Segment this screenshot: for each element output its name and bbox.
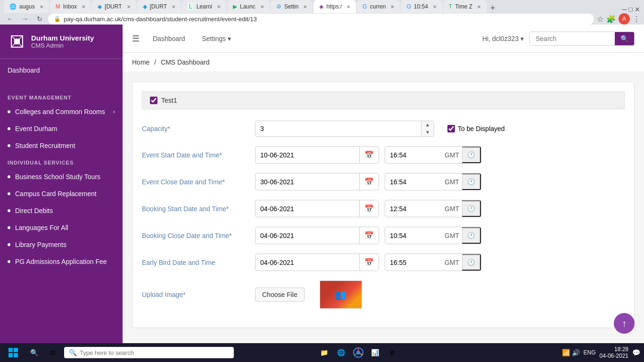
bookmark-button[interactable]: ☆: [597, 15, 603, 24]
event-close-time-wrapper: GMT 🕐: [385, 173, 481, 190]
booking-start-time-field[interactable]: [385, 201, 442, 216]
clock-icon[interactable]: 🕐: [462, 200, 481, 217]
tab-timez[interactable]: T Time Z ✕: [443, 0, 487, 13]
url-bar[interactable]: 🔒 pay-qa.durham.ac.uk/cms-dashboard/stud…: [48, 14, 594, 25]
back-button[interactable]: ←: [4, 14, 16, 24]
tab-durt1[interactable]: ◆ [DURT ✕: [92, 0, 136, 13]
topnav-dashboard[interactable]: Dashboard: [149, 33, 189, 44]
forward-button[interactable]: →: [19, 14, 31, 24]
clock-icon[interactable]: 🕐: [462, 147, 481, 163]
menu-button[interactable]: ⋮: [633, 15, 640, 24]
to-be-displayed-checkbox[interactable]: [447, 125, 455, 132]
calendar-icon[interactable]: 📅: [359, 227, 379, 244]
system-tray: 📶 🔊: [562, 349, 580, 356]
event-start-date-field[interactable]: [256, 148, 359, 163]
tab-https[interactable]: ◈ https:/ ✕: [314, 0, 356, 13]
sidebar-item-event-durham[interactable]: Event Durham: [0, 120, 123, 137]
early-bird-time-field[interactable]: [385, 255, 442, 270]
dot-icon: [8, 260, 10, 263]
taskbar-search-input[interactable]: [80, 349, 229, 356]
sidebar-item-pg-admissions[interactable]: PG Admissions Application Fee: [0, 253, 123, 270]
calendar-icon[interactable]: 📅: [359, 254, 379, 271]
chrome-icon[interactable]: [351, 345, 366, 360]
tab-1054[interactable]: G 10:54 ✕: [401, 0, 442, 13]
calendar-icon[interactable]: 📅: [359, 147, 379, 163]
volume-icon: 🔊: [572, 349, 580, 356]
profile-button[interactable]: A: [619, 13, 630, 25]
clock-icon[interactable]: 🕐: [462, 173, 481, 190]
minimize-button[interactable]: ─: [622, 6, 627, 13]
file-explorer-icon[interactable]: 📁: [317, 345, 332, 360]
tab-launc[interactable]: ▶ Launc ✕: [227, 0, 270, 13]
chevron-icon: ‹: [113, 108, 115, 115]
topnav-settings[interactable]: Settings ▾: [198, 33, 235, 44]
calendar-icon[interactable]: 📅: [359, 200, 379, 217]
sidebar-item-campus-card[interactable]: Campus Card Replacement: [0, 185, 123, 202]
tab-settin[interactable]: ⚙ Settin ✕: [271, 0, 313, 13]
hamburger-button[interactable]: ☰: [132, 33, 140, 44]
test1-checkbox[interactable]: [150, 97, 157, 104]
close-icon[interactable]: ✕: [127, 4, 131, 9]
choose-file-button[interactable]: Choose File: [255, 288, 305, 302]
search-taskbar-icon[interactable]: 🔍: [26, 345, 41, 360]
event-close-inputs: 📅 GMT 🕐: [255, 173, 625, 190]
booking-close-row: Booking Close Date and Time* 📅 GMT 🕐: [142, 227, 625, 244]
user-greeting[interactable]: Hi, dcl0z323 ▾: [482, 35, 524, 42]
close-icon[interactable]: ✕: [347, 4, 350, 9]
booking-start-date-field[interactable]: [256, 201, 359, 216]
event-start-time-field[interactable]: [385, 148, 442, 163]
tab-durt2[interactable]: ◆ [DURT ✕: [137, 0, 181, 13]
edge-icon[interactable]: 🌐: [334, 345, 349, 360]
chrome-logo-icon: [353, 347, 363, 358]
capacity-increment-button[interactable]: ▲: [421, 121, 434, 129]
booking-start-inputs: 📅 GMT 🕐: [255, 200, 625, 217]
calendar-icon[interactable]: 📅: [359, 173, 379, 190]
close-icon[interactable]: ✕: [172, 4, 175, 9]
event-close-time-field[interactable]: [385, 174, 442, 189]
sidebar-item-languages[interactable]: Languages For All: [0, 219, 123, 236]
notification-icon[interactable]: 💬: [632, 349, 640, 356]
sidebar-item-student-recruitment[interactable]: Student Recruitment: [0, 137, 123, 154]
close-window-button[interactable]: ✕: [635, 6, 640, 13]
close-icon[interactable]: ✕: [390, 4, 394, 9]
clock-icon[interactable]: 🕐: [462, 254, 481, 271]
sidebar-item-business-school[interactable]: Business School Study Tours: [0, 168, 123, 185]
close-icon[interactable]: ✕: [477, 4, 481, 9]
sidebar-item-library-payments[interactable]: Library Payments: [0, 236, 123, 253]
start-button[interactable]: [4, 345, 23, 360]
sheets-icon[interactable]: 📊: [368, 345, 383, 360]
booking-start-time-wrapper: GMT 🕐: [385, 200, 481, 217]
search-input[interactable]: [530, 32, 615, 45]
booking-close-date-field[interactable]: [256, 228, 359, 243]
clock-icon[interactable]: 🕐: [462, 227, 481, 244]
extensions-button[interactable]: 🧩: [606, 15, 616, 24]
sidebar-item-direct-debits[interactable]: Direct Debits: [0, 202, 123, 219]
early-bird-date-field[interactable]: [256, 255, 359, 270]
search-button[interactable]: 🔍: [615, 32, 634, 45]
app-icon-5[interactable]: 🖥: [385, 345, 400, 360]
new-tab-button[interactable]: +: [487, 3, 498, 13]
sidebar-dashboard-link[interactable]: Dashboard: [0, 59, 123, 82]
close-icon[interactable]: ✕: [82, 4, 85, 9]
sidebar-item-colleges[interactable]: Colleges and Common Rooms ‹: [0, 103, 123, 120]
close-icon[interactable]: ✕: [40, 4, 43, 9]
capacity-decrement-button[interactable]: ▼: [421, 129, 434, 136]
task-view-button[interactable]: ⧉: [45, 345, 60, 360]
close-icon[interactable]: ✕: [303, 4, 307, 9]
breadcrumb-home[interactable]: Home: [132, 58, 149, 66]
tab-learni[interactable]: L Learni ✕: [182, 0, 226, 13]
event-close-date-field[interactable]: [256, 174, 359, 189]
capacity-field[interactable]: [256, 121, 421, 136]
scroll-to-top-button[interactable]: ↑: [614, 313, 635, 334]
booking-close-time-field[interactable]: [385, 228, 442, 243]
close-icon[interactable]: ✕: [260, 4, 264, 9]
tab-inbox[interactable]: M Inbox ✕: [50, 0, 91, 13]
reload-button[interactable]: ↻: [34, 14, 45, 24]
tab-augus[interactable]: 🌐 augus ✕: [4, 0, 49, 13]
network-icon: 📶: [562, 349, 570, 356]
close-icon[interactable]: ✕: [433, 4, 437, 9]
sidebar-section-event-management: EVENT MANAGEMENT: [0, 89, 123, 103]
close-icon[interactable]: ✕: [217, 4, 221, 9]
maximize-button[interactable]: □: [629, 6, 633, 13]
tab-curren[interactable]: G curren ✕: [357, 0, 400, 13]
